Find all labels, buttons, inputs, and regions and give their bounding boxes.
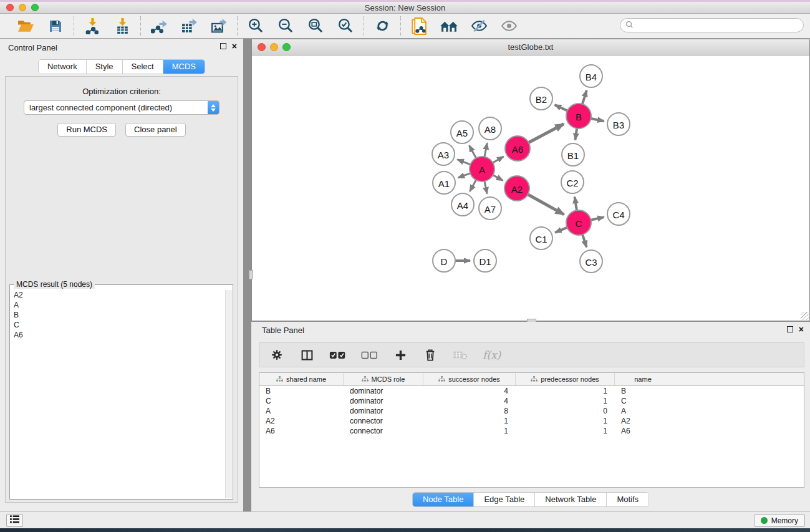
- table-cell[interactable]: 1: [516, 386, 615, 396]
- table-cell[interactable]: C: [259, 396, 344, 406]
- close-window-button[interactable]: [6, 4, 14, 11]
- table-cell[interactable]: 4: [423, 396, 516, 406]
- network-canvas[interactable]: B4B2BB3A5A8A6A3B1AC2A1A2A4A7C4CC1C3DD1: [252, 56, 809, 321]
- table-row[interactable]: A2connector11A2: [259, 416, 804, 426]
- select-all-rows-icon[interactable]: [329, 346, 346, 364]
- tab-edge-table[interactable]: Edge Table: [474, 493, 535, 506]
- table-settings-icon[interactable]: [269, 346, 284, 364]
- tab-network-table[interactable]: Network Table: [535, 493, 607, 506]
- table-cell[interactable]: A: [615, 406, 671, 416]
- column-header-shared-name[interactable]: shared name: [259, 373, 344, 385]
- table-cell[interactable]: 1: [423, 416, 516, 426]
- network-window-titlebar[interactable]: testGlobe.txt: [252, 39, 809, 56]
- graph-node-C4[interactable]: C4: [607, 203, 630, 225]
- import-table-icon[interactable]: [113, 17, 132, 36]
- search-field[interactable]: [620, 18, 804, 32]
- table-cell[interactable]: 1: [516, 396, 615, 406]
- tab-network[interactable]: Network: [39, 60, 87, 74]
- maximize-window-button[interactable]: [31, 4, 39, 11]
- graph-node-C[interactable]: C: [566, 210, 591, 235]
- tab-mcds[interactable]: MCDS: [163, 60, 205, 74]
- table-cell[interactable]: 0: [516, 406, 615, 416]
- table-cell[interactable]: dominator: [344, 406, 423, 416]
- table-cell[interactable]: dominator: [344, 386, 423, 396]
- zoom-in-icon[interactable]: [246, 17, 265, 36]
- network-minimize-button[interactable]: [270, 43, 278, 51]
- table-cell[interactable]: 4: [423, 386, 516, 396]
- deselect-all-rows-icon[interactable]: [361, 346, 378, 364]
- task-history-button[interactable]: [6, 514, 23, 527]
- import-network-icon[interactable]: [83, 17, 102, 36]
- overview-icon[interactable]: [440, 17, 458, 36]
- graph-node-C3[interactable]: C3: [580, 250, 602, 273]
- graph-node-A[interactable]: A: [470, 157, 494, 181]
- graph-node-B3[interactable]: B3: [607, 113, 630, 135]
- zoom-selected-icon[interactable]: [336, 17, 355, 36]
- table-cell[interactable]: 1: [423, 426, 516, 436]
- mcds-result-item[interactable]: A2: [11, 290, 225, 300]
- export-network-icon[interactable]: [150, 17, 168, 36]
- graph-node-A5[interactable]: A5: [451, 121, 473, 143]
- graph-node-A4[interactable]: A4: [451, 193, 474, 216]
- vertical-splitter-handle[interactable]: [249, 270, 253, 279]
- add-row-icon[interactable]: [393, 346, 408, 364]
- result-scrollbar[interactable]: [225, 290, 232, 498]
- graph-node-B1[interactable]: B1: [562, 143, 584, 166]
- table-cell[interactable]: 1: [516, 426, 615, 436]
- graph-node-A1[interactable]: A1: [433, 172, 455, 194]
- delete-row-icon[interactable]: [423, 346, 438, 364]
- table-cell[interactable]: C: [615, 396, 671, 406]
- graph-node-A3[interactable]: A3: [432, 143, 455, 165]
- close-panel-button[interactable]: Close panel: [125, 123, 186, 137]
- run-mcds-button[interactable]: Run MCDS: [57, 123, 116, 137]
- column-visibility-icon[interactable]: [299, 346, 314, 364]
- tab-style[interactable]: Style: [87, 60, 123, 74]
- table-cell[interactable]: A2: [259, 416, 344, 426]
- table-cell[interactable]: A6: [259, 426, 344, 436]
- save-session-icon[interactable]: [46, 17, 65, 36]
- table-cell[interactable]: B: [259, 386, 344, 396]
- table-cell[interactable]: connector: [344, 416, 423, 426]
- memory-button[interactable]: Memory: [754, 514, 805, 527]
- new-network-icon[interactable]: [410, 17, 428, 36]
- graph-node-C1[interactable]: C1: [530, 227, 552, 249]
- table-cell[interactable]: connector: [344, 426, 423, 436]
- column-header-MCDS-role[interactable]: MCDS role: [344, 373, 423, 385]
- table-row[interactable]: Adominator80A: [259, 406, 804, 416]
- float-panel-icon[interactable]: [220, 43, 226, 49]
- optimization-criterion-select[interactable]: largest connected component (directed): [24, 100, 219, 115]
- graph-node-A2[interactable]: A2: [504, 176, 529, 201]
- graph-node-C2[interactable]: C2: [561, 171, 584, 193]
- graph-node-A6[interactable]: A6: [505, 136, 530, 161]
- graph-node-B[interactable]: B: [566, 104, 591, 128]
- network-close-button[interactable]: [258, 43, 266, 51]
- table-row[interactable]: Cdominator41C: [259, 396, 804, 406]
- table-cell[interactable]: A2: [615, 416, 671, 426]
- mcds-result-item[interactable]: A: [11, 300, 225, 310]
- graph-node-A8[interactable]: A8: [479, 117, 501, 140]
- graph-node-B4[interactable]: B4: [580, 65, 602, 87]
- mcds-result-item[interactable]: B: [11, 310, 225, 320]
- graph-node-D[interactable]: D: [433, 249, 455, 272]
- column-header-predecessor-nodes[interactable]: predecessor nodes: [516, 373, 615, 385]
- zoom-out-icon[interactable]: [276, 17, 295, 36]
- table-cell[interactable]: dominator: [344, 396, 423, 406]
- mcds-result-item[interactable]: A6: [11, 330, 225, 340]
- open-session-icon[interactable]: [16, 17, 35, 36]
- table-cell[interactable]: A: [259, 406, 344, 416]
- hide-graphics-details-icon[interactable]: [470, 17, 488, 36]
- mcds-result-item[interactable]: C: [11, 320, 225, 330]
- table-cell[interactable]: 8: [423, 406, 516, 416]
- show-graphics-details-icon[interactable]: [499, 17, 518, 36]
- tab-select[interactable]: Select: [123, 60, 163, 74]
- table-row[interactable]: Bdominator41B: [259, 386, 804, 396]
- minimize-window-button[interactable]: [19, 4, 26, 11]
- tab-node-table[interactable]: Node Table: [413, 493, 475, 506]
- resize-grip[interactable]: [801, 312, 809, 320]
- network-maximize-button[interactable]: [282, 43, 291, 51]
- graph-node-B2[interactable]: B2: [530, 87, 552, 110]
- export-table-icon[interactable]: [180, 17, 198, 36]
- tab-motifs[interactable]: Motifs: [607, 493, 648, 506]
- export-image-icon[interactable]: [210, 17, 228, 36]
- search-input[interactable]: [637, 19, 803, 32]
